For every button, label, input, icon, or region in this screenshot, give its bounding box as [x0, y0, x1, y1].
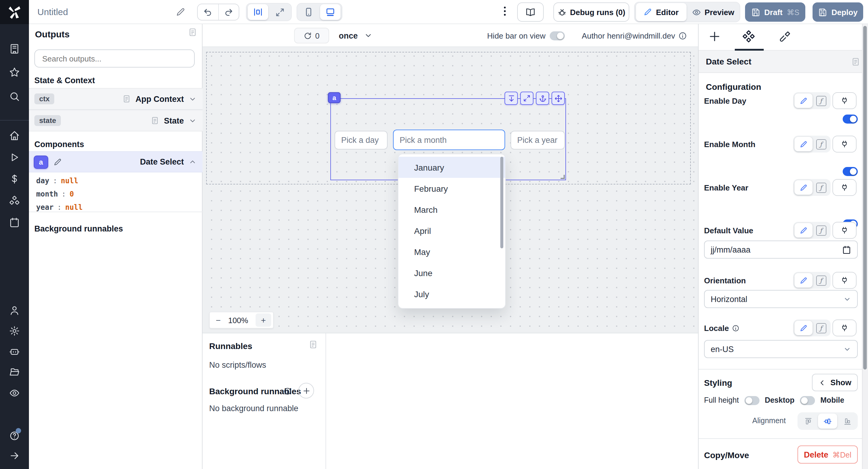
- app-title[interactable]: Untitled: [37, 7, 68, 17]
- month-select-input[interactable]: Pick a month: [393, 130, 505, 150]
- debug-runs-button[interactable]: Debug runs (0): [553, 2, 629, 22]
- month-option[interactable]: July: [398, 283, 505, 305]
- variables-icon[interactable]: [9, 174, 20, 184]
- prop-year[interactable]: year:null: [36, 203, 83, 212]
- desktop-toggle[interactable]: [800, 396, 815, 405]
- windmill-logo[interactable]: [0, 0, 29, 24]
- docs-book-button[interactable]: [517, 2, 544, 22]
- author-info-icon[interactable]: [678, 31, 687, 40]
- static-mode-pencil-icon[interactable]: [795, 273, 812, 287]
- align-center-button[interactable]: [818, 413, 837, 429]
- month-option[interactable]: April: [398, 220, 505, 241]
- enable-month-connect-plug-icon[interactable]: [832, 136, 857, 153]
- tab-styling-brush-icon[interactable]: [779, 30, 791, 42]
- full-width-layout-button[interactable]: [270, 4, 290, 20]
- zoom-in-button[interactable]: +: [255, 313, 271, 327]
- static-mode-pencil-icon[interactable]: [795, 223, 812, 238]
- redo-button[interactable]: [219, 4, 239, 20]
- runnables-divider[interactable]: [326, 333, 326, 469]
- mobile-preview-button[interactable]: [299, 4, 319, 20]
- panel-doc-icon[interactable]: [851, 57, 860, 66]
- orientation-select[interactable]: Horizontal: [704, 290, 858, 308]
- favorites-icon[interactable]: [9, 67, 20, 78]
- schedules-icon[interactable]: [9, 217, 20, 228]
- audit-eye-icon[interactable]: [9, 387, 20, 399]
- runs-icon[interactable]: [9, 152, 20, 163]
- month-option[interactable]: February: [398, 178, 505, 199]
- month-option[interactable]: March: [398, 199, 505, 220]
- workspace-icon[interactable]: [9, 43, 20, 54]
- hide-bar-toggle[interactable]: [550, 31, 565, 40]
- day-select-input[interactable]: Pick a day: [335, 131, 388, 150]
- enable-day-connect-plug-icon[interactable]: [832, 92, 857, 109]
- desktop-preview-button[interactable]: [320, 4, 341, 20]
- search-icon[interactable]: [9, 91, 20, 102]
- edit-title-pencil-icon[interactable]: [176, 7, 186, 17]
- prop-month[interactable]: month:0: [36, 190, 74, 198]
- fn-mode-button[interactable]: ƒ: [812, 93, 830, 108]
- workers-icon[interactable]: [9, 346, 20, 357]
- refresh-count-button[interactable]: 0: [294, 28, 329, 43]
- tab-component-settings-icon[interactable]: [742, 30, 755, 43]
- fn-mode-button[interactable]: ƒ: [812, 180, 830, 195]
- background-info-icon[interactable]: [283, 387, 292, 396]
- static-mode-pencil-icon[interactable]: [795, 321, 812, 335]
- expand-down-handle[interactable]: [504, 92, 518, 105]
- component-badge[interactable]: a: [328, 92, 341, 103]
- month-option[interactable]: August: [398, 305, 505, 309]
- align-top-button[interactable]: [799, 413, 817, 429]
- locale-info-icon[interactable]: [732, 324, 740, 332]
- centered-layout-button[interactable]: [248, 4, 268, 20]
- search-outputs-input[interactable]: [34, 50, 195, 67]
- fullscreen-handle[interactable]: [520, 92, 533, 105]
- folders-icon[interactable]: [9, 367, 20, 377]
- deploy-button[interactable]: Deploy: [812, 2, 863, 22]
- scrollbar-thumb[interactable]: [863, 26, 867, 370]
- more-menu-kebab-icon[interactable]: [501, 5, 507, 19]
- zoom-out-button[interactable]: −: [216, 315, 221, 325]
- orientation-connect-plug-icon[interactable]: [832, 272, 857, 289]
- add-background-runnable-button[interactable]: [299, 383, 314, 399]
- styling-show-button[interactable]: Show: [812, 374, 858, 391]
- collapse-rail-icon[interactable]: [9, 450, 20, 461]
- full-height-toggle[interactable]: [744, 396, 759, 405]
- home-icon[interactable]: [9, 130, 20, 141]
- locale-connect-plug-icon[interactable]: [832, 319, 857, 336]
- ctx-row[interactable]: ctx App Context: [29, 88, 203, 110]
- component-row-a[interactable]: a Date Select: [29, 151, 203, 173]
- static-mode-pencil-icon[interactable]: [795, 180, 812, 195]
- year-select-input[interactable]: Pick a year: [510, 131, 565, 150]
- align-bottom-button[interactable]: [838, 413, 857, 429]
- schedule-dropdown[interactable]: once: [339, 28, 372, 43]
- month-option[interactable]: May: [398, 241, 505, 262]
- settings-icon[interactable]: [9, 325, 20, 336]
- enable-day-toggle[interactable]: [843, 115, 858, 124]
- draft-button[interactable]: Draft ⌘S: [745, 2, 805, 22]
- undo-button[interactable]: [198, 4, 219, 20]
- users-icon[interactable]: [9, 305, 20, 316]
- fn-mode-button[interactable]: ƒ: [812, 273, 830, 287]
- locale-select[interactable]: en-US: [704, 340, 858, 358]
- fn-mode-button[interactable]: ƒ: [812, 321, 830, 335]
- static-mode-pencil-icon[interactable]: [795, 93, 812, 108]
- static-mode-pencil-icon[interactable]: [795, 137, 812, 151]
- anchor-handle[interactable]: [536, 92, 549, 105]
- app-canvas[interactable]: a Pick a day Pick a month Pick a year Ja…: [203, 47, 699, 333]
- enable-month-toggle[interactable]: [843, 167, 858, 176]
- prop-day[interactable]: day:null: [36, 177, 79, 185]
- dropdown-scrollbar-thumb[interactable]: [500, 157, 503, 248]
- enable-year-connect-plug-icon[interactable]: [832, 179, 857, 196]
- month-option[interactable]: June: [398, 262, 505, 283]
- delete-button[interactable]: Delete ⌘Del: [798, 445, 858, 464]
- tab-add-component-plus-icon[interactable]: [708, 30, 721, 43]
- default-value-date-input[interactable]: jj/mm/aaaa: [704, 241, 858, 259]
- default-value-connect-plug-icon[interactable]: [832, 222, 857, 239]
- fn-mode-button[interactable]: ƒ: [812, 223, 830, 238]
- month-option-selected[interactable]: January: [398, 157, 505, 178]
- resources-icon[interactable]: [9, 195, 20, 206]
- tab-editor[interactable]: Editor: [636, 3, 687, 21]
- move-handle[interactable]: [552, 92, 565, 105]
- outputs-doc-icon[interactable]: [188, 28, 197, 37]
- fn-mode-button[interactable]: ƒ: [812, 137, 830, 151]
- tab-preview[interactable]: Preview: [688, 3, 738, 21]
